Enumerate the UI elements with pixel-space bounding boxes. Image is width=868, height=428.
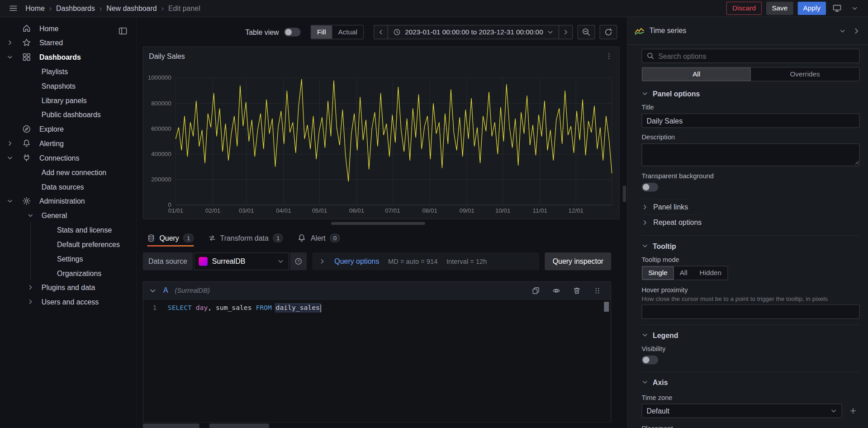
add-expression-button[interactable] [209, 423, 269, 428]
query-tabs: Query1Transform data1Alert0 [147, 231, 617, 246]
refresh-button[interactable] [599, 25, 617, 39]
panel-header[interactable]: Daily Sales ⋮ [143, 50, 617, 62]
visualization-picker[interactable]: Time series [628, 17, 868, 45]
sidebar-item-general[interactable]: General [0, 208, 136, 223]
legend-visibility-label: Visibility [642, 345, 860, 352]
sidebar-item-organizations[interactable]: Organizations [31, 266, 137, 280]
axis-header[interactable]: Axis [642, 378, 668, 387]
actual-button[interactable]: Actual [332, 25, 363, 38]
query-options-collapse[interactable]: Query options MD = auto = 914 Interval =… [312, 252, 539, 270]
max-data-points-text: MD = auto = 914 [388, 257, 437, 265]
tooltip-mode-all[interactable]: All [674, 266, 693, 280]
time-range-button[interactable]: 2023-01-01 00:00:00 to 2023-12-31 00:00:… [388, 25, 559, 39]
chevron-down-icon [851, 5, 858, 12]
section-legend: Legend Visibility [642, 324, 860, 366]
breadcrumb-item-new-dashboard[interactable]: New dashboard [106, 4, 157, 12]
tooltip-header[interactable]: Tooltip [642, 242, 676, 251]
sidebar-item-plugins-and-data[interactable]: Plugins and data [0, 280, 136, 295]
fill-button[interactable]: Fill [311, 25, 332, 38]
save-button[interactable]: Save [766, 2, 793, 15]
discard-button[interactable]: Discard [726, 2, 762, 15]
hide-query-button[interactable] [550, 284, 563, 297]
datasource-picker[interactable]: SurrealDB [194, 252, 289, 270]
duplicate-query-button[interactable] [529, 284, 542, 297]
tab-transform-data[interactable]: Transform data1 [208, 231, 283, 245]
sidebar-item-explore[interactable]: Explore [0, 122, 136, 136]
horizontal-scrollbar[interactable] [331, 222, 425, 225]
sidebar-item-connections[interactable]: Connections [0, 151, 136, 165]
legend-visibility-switch[interactable] [642, 356, 659, 365]
panel-description-textarea[interactable] [642, 143, 860, 166]
tooltip-mode-single[interactable]: Single [642, 266, 674, 280]
drag-query-handle[interactable] [591, 284, 604, 297]
breadcrumb: Home›Dashboards›New dashboard›Edit panel [25, 4, 200, 12]
panel-options-header[interactable]: Panel options [642, 89, 700, 98]
sidebar-item-playlists[interactable]: Playlists [0, 64, 136, 79]
search-options-input[interactable] [658, 52, 854, 60]
panel-title: Daily Sales [149, 52, 185, 60]
query-inspector-button[interactable]: Query inspector [545, 252, 612, 270]
tab-label: Query [159, 234, 179, 242]
table-view-switch[interactable] [284, 28, 301, 37]
legend-header[interactable]: Legend [642, 331, 678, 340]
delete-query-button[interactable] [570, 284, 583, 297]
breadcrumb-separator: › [100, 5, 102, 12]
topbar-more-button[interactable] [848, 2, 861, 15]
menu-toggle-button[interactable] [7, 2, 20, 15]
sidebar-item-settings[interactable]: Settings [31, 252, 137, 266]
tab-overrides[interactable]: Overrides [751, 67, 859, 81]
sidebar-item-stats-and-license[interactable]: Stats and license [31, 223, 137, 237]
transparent-background-switch[interactable] [642, 183, 659, 192]
chevron-down-icon [642, 90, 649, 97]
sidebar-item-public-dashboards[interactable]: Public dashboards [0, 107, 136, 122]
timezone-select[interactable]: Default [642, 404, 842, 418]
hover-proximity-input[interactable] [642, 304, 860, 319]
sidebar-item-starred[interactable]: Starred [0, 35, 136, 50]
panel-links-header[interactable]: Panel links [642, 199, 688, 214]
zoom-out-time-button[interactable] [578, 25, 595, 39]
options-search[interactable] [642, 49, 860, 63]
chevron-down-icon [277, 258, 284, 265]
visualization-name: Time series [650, 27, 687, 35]
sidebar-item-dashboards[interactable]: Dashboards [0, 50, 136, 64]
sidebar-item-administration[interactable]: Administration [0, 194, 136, 208]
chevron-down-icon[interactable] [839, 28, 846, 34]
sidebar-item-home[interactable]: Home [0, 21, 136, 36]
sql-code-editor[interactable]: 1 SELECT day, sum_sales FROM daily_sales [143, 300, 611, 422]
query-row-header[interactable]: A (SurrealDB) [143, 282, 611, 300]
panel-menu-button[interactable]: ⋮ [603, 50, 614, 61]
tooltip-mode-hidden[interactable]: Hidden [693, 266, 727, 280]
sidebar-item-snapshots[interactable]: Snapshots [0, 79, 136, 93]
sidebar-item-default-preferences[interactable]: Default preferences [31, 237, 137, 252]
sidebar-item-add-new-connection[interactable]: Add new connection [0, 165, 136, 180]
panel-title-input[interactable] [642, 114, 860, 128]
sidebar-item-alerting[interactable]: Alerting [0, 136, 136, 151]
collapse-query-icon[interactable] [149, 286, 157, 294]
svg-text:1000000: 1000000 [148, 74, 171, 81]
sidebar-item-label: Home [39, 24, 58, 32]
tab-alert[interactable]: Alert0 [298, 231, 340, 245]
undock-menu-button[interactable] [116, 24, 129, 38]
datasource-label: Data source [143, 252, 193, 270]
sidebar-item-library-panels[interactable]: Library panels [0, 93, 136, 108]
tab-all[interactable]: All [642, 67, 751, 81]
query-options-bar: Data source SurrealDB ? Query options MD… [143, 252, 611, 270]
add-timezone-button[interactable] [846, 404, 859, 417]
editor-scrollbar-thumb[interactable] [604, 302, 609, 312]
sidebar-item-users-and-access[interactable]: Users and access [0, 295, 136, 309]
time-shift-forward-button[interactable] [559, 25, 573, 39]
tab-query[interactable]: Query1 [147, 231, 194, 245]
sidebar-item-data-sources[interactable]: Data sources [0, 180, 136, 194]
breadcrumb-item-dashboards[interactable]: Dashboards [56, 4, 95, 12]
main-scrollbar-thumb[interactable] [623, 185, 626, 202]
tv-mode-button[interactable] [830, 2, 844, 15]
collapse-pane-icon[interactable] [853, 27, 860, 34]
breadcrumb-item-home[interactable]: Home [25, 4, 44, 12]
apply-button[interactable]: Apply [797, 2, 826, 15]
section-heading: Panel options [653, 90, 700, 98]
datasource-help-button[interactable]: ? [290, 252, 307, 270]
main-scrollbar[interactable] [623, 17, 626, 428]
time-shift-back-button[interactable] [374, 25, 389, 39]
add-query-button[interactable] [143, 423, 199, 428]
repeat-options-header[interactable]: Repeat options [642, 214, 702, 230]
